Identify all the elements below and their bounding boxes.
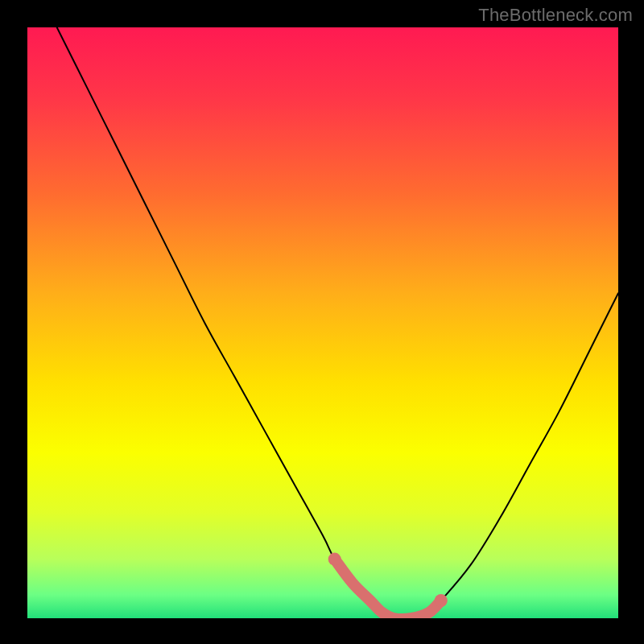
watermark-text: TheBottleneck.com	[478, 5, 633, 26]
gradient-background	[27, 27, 618, 618]
chart-frame: TheBottleneck.com	[0, 0, 644, 644]
highlight-start-dot	[328, 553, 341, 566]
highlight-end-dot	[435, 594, 448, 607]
chart-svg	[27, 27, 618, 618]
plot-area	[27, 27, 618, 618]
